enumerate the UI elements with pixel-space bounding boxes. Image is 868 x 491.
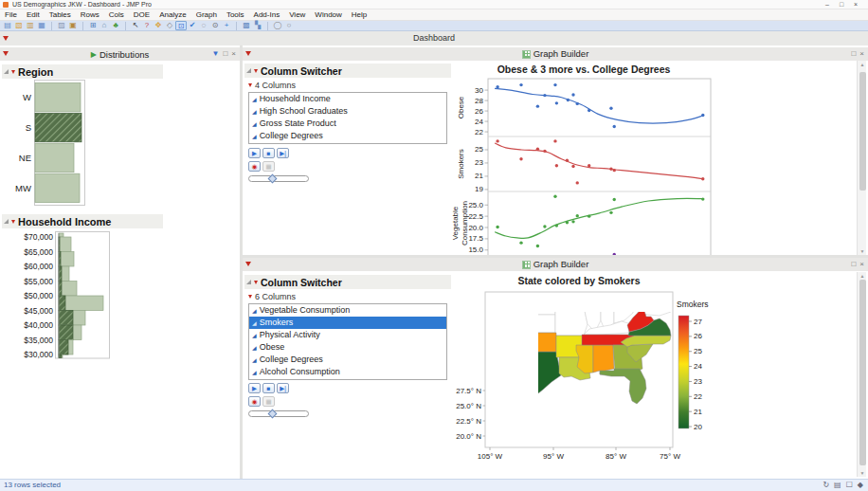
home-window-icon[interactable]: ⌂ [99, 21, 110, 30]
column-switcher-1-list[interactable]: ◢Household Income◢High School Graduates◢… [248, 92, 447, 144]
column-switcher-1-header[interactable]: Column Switcher [244, 64, 451, 78]
play-button[interactable]: ▶ [248, 148, 261, 158]
column-item-vegetable-consumption[interactable]: ◢Vegetable Consumption [249, 304, 446, 317]
region-section-header[interactable]: Region [2, 64, 163, 79]
window-list-icon[interactable]: ▩ [241, 21, 252, 30]
local-data-filter-icon[interactable]: ▼ [212, 47, 220, 61]
new-icon[interactable]: ▤ [2, 21, 13, 30]
graph-builder-2-red-triangle-menu-icon[interactable] [245, 262, 251, 266]
zoom-in-icon[interactable]: + [221, 21, 232, 30]
menu-edit[interactable]: Edit [22, 9, 45, 20]
column-item-physical-activity[interactable]: ◢Physical Activity [249, 329, 446, 341]
income-collapse-icon[interactable] [4, 219, 9, 224]
close-panel-icon[interactable]: × [859, 258, 864, 271]
menu-file[interactable]: File [0, 9, 22, 20]
animation-speed-slider-1[interactable] [248, 174, 309, 183]
maximize-panel-icon[interactable]: □ [851, 258, 856, 271]
maximize-button[interactable]: □ [837, 0, 846, 9]
scrollbar-thumb[interactable] [859, 72, 866, 191]
data-table-icon[interactable]: ⊞ [87, 21, 99, 30]
record-button[interactable]: ◉ [248, 161, 261, 172]
column-switcher-2-red-triangle-menu-icon[interactable] [254, 281, 258, 284]
minimize-button[interactable]: – [823, 0, 832, 9]
slider-track[interactable] [248, 175, 309, 182]
log-status-icon[interactable]: ▤ [834, 480, 841, 491]
column-item-alcohol-consumption[interactable]: ◢Alcohol Consumption [249, 366, 446, 378]
menu-rows[interactable]: Rows [76, 9, 104, 20]
menu-help[interactable]: Help [347, 9, 371, 20]
region-collapse-icon[interactable] [4, 69, 9, 74]
circle-tool-icon[interactable]: ◯ [272, 21, 283, 30]
selection-tool-icon[interactable]: ⊡ [175, 21, 187, 30]
lasso-tool-icon[interactable]: ◌ [198, 21, 209, 30]
menu-tables[interactable]: Tables [45, 9, 76, 20]
close-panel-icon[interactable]: × [859, 47, 864, 61]
column-switcher-2-collapse-icon[interactable] [246, 280, 251, 284]
step-button[interactable]: ▶| [277, 148, 289, 158]
save-animation-button[interactable]: ▦ [262, 161, 275, 172]
scroll-up-icon[interactable]: ▲ [858, 62, 867, 67]
play-button[interactable]: ▶ [248, 383, 261, 393]
distributions-panel-header[interactable]: ▶ Distributions ▼□× [0, 47, 240, 61]
income-red-triangle-menu-icon[interactable] [11, 220, 15, 224]
close-button[interactable]: × [851, 0, 860, 9]
menu-tools[interactable]: Tools [222, 9, 249, 20]
hand-tool-icon[interactable]: ✥ [153, 21, 164, 30]
help-tool-icon[interactable]: ? [141, 21, 153, 30]
slider-track[interactable] [248, 410, 309, 417]
magnifier-icon[interactable]: ⊙ [209, 21, 221, 30]
animation-speed-slider-2[interactable] [248, 409, 309, 418]
arrow-tool-icon[interactable]: ↖ [130, 21, 141, 30]
scrollbar-thumb[interactable] [859, 280, 866, 465]
stop-button[interactable]: ■ [262, 148, 275, 158]
oval-tool-icon[interactable]: ○ [283, 21, 295, 30]
menu-doe[interactable]: DOE [129, 9, 154, 20]
region-red-triangle-menu-icon[interactable] [11, 70, 15, 74]
maximize-panel-icon[interactable]: □ [223, 47, 227, 61]
top-panel-scrollbar[interactable]: ▲ ▼ [857, 61, 866, 255]
record-button[interactable]: ◉ [248, 396, 261, 407]
menu-cols[interactable]: Cols [104, 9, 129, 20]
menu-addins[interactable]: Add-Ins [249, 9, 285, 20]
copy-icon[interactable]: ▨ [56, 21, 67, 30]
checkbox-status-icon[interactable]: ☐ [846, 480, 853, 491]
scroll-down-icon[interactable]: ▼ [858, 248, 867, 254]
menu-window[interactable]: Window [310, 9, 346, 20]
stop-button[interactable]: ■ [262, 383, 275, 393]
region-chart-svg[interactable]: WSNEMW [0, 80, 118, 209]
open-icon[interactable]: ▧ [13, 21, 25, 30]
column-switcher-2-list[interactable]: ◢Vegetable Consumption◢Smokers◢Physical … [248, 303, 447, 380]
column-item-college-degrees[interactable]: ◢College Degrees [249, 354, 446, 366]
column-item-household-income[interactable]: ◢Household Income [249, 93, 446, 105]
menu-graph[interactable]: Graph [191, 9, 222, 20]
close-panel-icon[interactable]: × [231, 47, 236, 61]
save-icon[interactable]: ▦ [36, 21, 47, 30]
journal-icon[interactable]: ▥ [25, 21, 36, 30]
scatter-chart-svg[interactable]: Obese & 3 more vs. College Degrees302826… [432, 61, 857, 255]
income-chart-svg[interactable]: $70,000$65,000$60,000$55,000$50,000$45,0… [0, 230, 118, 363]
column-switcher-2-header[interactable]: Column Switcher [244, 275, 451, 289]
map-chart-svg[interactable]: State colored by Smokers27.5° N25.0° N22… [432, 272, 857, 477]
column-item-college-degrees[interactable]: ◢College Degrees [249, 130, 446, 142]
column-item-obese[interactable]: ◢Obese [249, 341, 446, 354]
column-item-smokers[interactable]: ◢Smokers [249, 317, 446, 329]
dashboard-red-triangle-menu-icon[interactable] [3, 36, 9, 41]
column-item-high-school-graduates[interactable]: ◢High School Graduates [249, 105, 446, 118]
refresh-status-icon[interactable]: ↻ [823, 480, 829, 491]
save-animation-button[interactable]: ▦ [262, 396, 275, 407]
column-switcher-1-collapse-icon[interactable] [246, 68, 251, 73]
column-switcher-1-count-red-triangle[interactable] [248, 83, 252, 87]
column-switcher-2-count-red-triangle[interactable] [248, 295, 252, 299]
distributions-red-triangle-menu-icon[interactable] [3, 51, 9, 56]
graph-builder-1-red-triangle-menu-icon[interactable] [245, 51, 251, 56]
check-tool-icon[interactable]: ✔ [187, 21, 198, 30]
graph-builder-2-panel-header[interactable]: Graph Builder □× [243, 258, 868, 271]
flag-status-icon[interactable]: ◆ [858, 480, 863, 491]
scroll-down-icon[interactable]: ▼ [858, 470, 867, 476]
scroll-up-icon[interactable]: ▲ [858, 273, 867, 279]
menu-view[interactable]: View [284, 9, 310, 20]
column-item-gross-state-product[interactable]: ◢Gross State Product [249, 118, 446, 130]
step-button[interactable]: ▶| [277, 383, 289, 393]
brush-tool-icon[interactable]: ◇ [164, 21, 175, 30]
window-tile-icon[interactable]: ▚ [252, 21, 263, 30]
